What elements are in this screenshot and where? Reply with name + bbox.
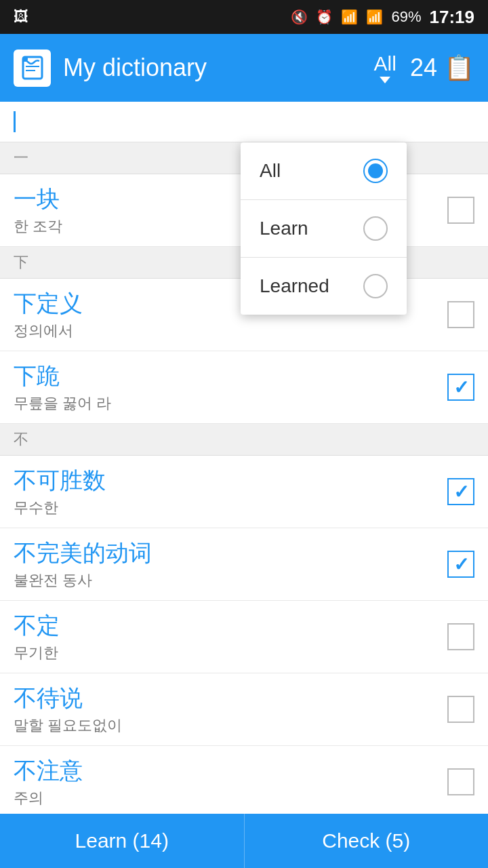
- svg-point-1: [22, 56, 28, 62]
- filter-label: All: [374, 52, 396, 75]
- learn-button[interactable]: Learn (14): [0, 814, 245, 868]
- wifi-icon: 📶: [341, 9, 358, 25]
- word-text: 不待说 말할 필요도없이: [14, 683, 447, 736]
- word-text: 不完美的动词 불완전 동사: [14, 538, 447, 591]
- word-text: 下跪 무릎을 꿇어 라: [14, 361, 447, 414]
- list-item: 不完美的动词 불완전 동사 ✓: [0, 528, 488, 601]
- chinese-word: 下跪: [14, 361, 447, 392]
- learn-checkbox[interactable]: ✓: [447, 374, 474, 401]
- mute-icon: 🔇: [291, 9, 308, 25]
- learn-checkbox[interactable]: [447, 768, 474, 795]
- check-button[interactable]: Check (5): [245, 814, 489, 868]
- korean-translation: 무릎을 꿇어 라: [14, 393, 447, 414]
- learn-checkbox[interactable]: [447, 623, 474, 650]
- learn-button-label: Learn (14): [75, 829, 169, 852]
- dropdown-option-learn[interactable]: Learn: [241, 200, 407, 258]
- gallery-icon: 🖼: [14, 8, 28, 26]
- list-item: 不待说 말할 필요도없이: [0, 673, 488, 746]
- bottom-bar: Learn (14) Check (5): [0, 814, 488, 868]
- status-bar: 🖼 🔇 ⏰ 📶 📶 69% 17:19: [0, 0, 488, 34]
- app-header: My dictionary All 24 📋: [0, 34, 488, 102]
- chinese-word: 不定: [14, 610, 447, 642]
- learn-checkbox[interactable]: [447, 696, 474, 723]
- search-bar: [0, 102, 488, 142]
- clipboard-button[interactable]: 📋: [444, 54, 474, 82]
- radio-button-learned[interactable]: [363, 274, 388, 298]
- battery-text: 69%: [391, 8, 421, 26]
- word-count: 24: [410, 54, 437, 82]
- radio-button-all[interactable]: [363, 159, 388, 183]
- korean-translation: 주의: [14, 788, 447, 808]
- dropdown-arrow-icon: [380, 77, 390, 83]
- header-title: My dictionary: [63, 54, 374, 82]
- list-item: 不注意 주의: [0, 746, 488, 818]
- checkmark-icon: ✓: [453, 376, 469, 399]
- learn-checkbox[interactable]: [447, 301, 474, 328]
- chinese-word: 不可胜数: [14, 465, 447, 496]
- checkmark-icon: ✓: [453, 553, 469, 576]
- radio-selected-indicator: [368, 163, 383, 178]
- dropdown-option-learned[interactable]: Learned: [241, 258, 407, 315]
- korean-translation: 무기한: [14, 643, 447, 663]
- dropdown-option-label: Learn: [260, 218, 308, 239]
- korean-translation: 무수한: [14, 498, 447, 518]
- dropdown-option-label: All: [260, 160, 281, 182]
- chinese-word: 不完美的动词: [14, 538, 447, 569]
- word-text: 不可胜数 무수한: [14, 465, 447, 518]
- section-separator-bu: 不: [0, 424, 488, 456]
- checkmark-icon: ✓: [453, 481, 469, 503]
- chinese-word: 不注意: [14, 755, 447, 787]
- learn-checkbox[interactable]: [447, 197, 474, 224]
- dropdown-option-label: Learned: [260, 275, 329, 297]
- learn-checkbox[interactable]: ✓: [447, 551, 474, 578]
- time-display: 17:19: [430, 7, 475, 28]
- list-item: 不定 무기한: [0, 601, 488, 673]
- korean-translation: 정의에서: [14, 321, 447, 341]
- radio-button-learn[interactable]: [363, 216, 388, 241]
- alarm-icon: ⏰: [316, 9, 333, 25]
- signal-icon: 📶: [366, 9, 383, 25]
- korean-translation: 말할 필요도없이: [14, 715, 447, 736]
- list-item: 不可胜数 무수한 ✓: [0, 456, 488, 528]
- dropdown-option-all[interactable]: All: [241, 142, 407, 200]
- word-text: 不注意 주의: [14, 755, 447, 808]
- app-icon: [14, 50, 51, 87]
- check-button-label: Check (5): [322, 829, 410, 852]
- list-item: 下跪 무릎을 꿇어 라 ✓: [0, 351, 488, 424]
- learn-checkbox[interactable]: ✓: [447, 478, 474, 505]
- filter-dropdown[interactable]: All: [374, 52, 396, 83]
- word-text: 不定 무기한: [14, 610, 447, 663]
- filter-dropdown-menu: All Learn Learned: [241, 142, 407, 315]
- search-input[interactable]: [14, 111, 474, 132]
- korean-translation: 불완전 동사: [14, 570, 447, 591]
- chinese-word: 不待说: [14, 683, 447, 714]
